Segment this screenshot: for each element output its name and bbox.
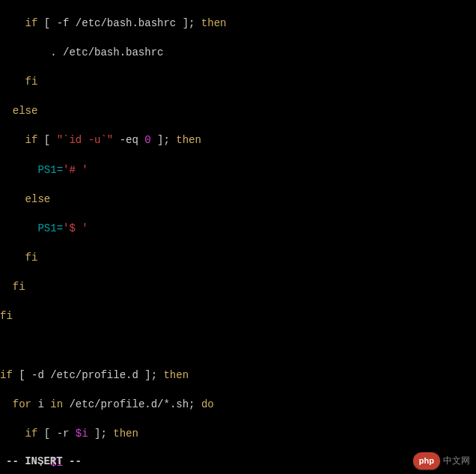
watermark: php 中文网 (413, 452, 470, 470)
code-line: for i in /etc/profile.d/*.sh; do (0, 398, 476, 413)
code-line: . /etc/bash.bashrc (0, 46, 476, 61)
code-line: if [ -f /etc/bash.bashrc ]; then (0, 16, 476, 31)
code-line: fi (0, 309, 476, 324)
code-line: else (0, 192, 476, 207)
code-line: PS1='# ' (0, 163, 476, 178)
code-line: else (0, 104, 476, 119)
vim-editor-content[interactable]: if [ -f /etc/bash.bashrc ]; then . /etc/… (0, 0, 476, 474)
code-line: if [ -d /etc/profile.d ]; then (0, 368, 476, 383)
code-line: if [ "`id -u`" -eq 0 ]; then (0, 133, 476, 148)
code-line (0, 339, 476, 354)
watermark-badge: php (413, 452, 440, 470)
code-line: PS1='$ ' (0, 222, 476, 237)
code-line: fi (0, 251, 476, 266)
code-line: fi (0, 75, 476, 90)
code-line: fi (0, 280, 476, 295)
code-line: if [ -r $i ]; then (0, 427, 476, 442)
vim-mode-indicator: -- INSERT -- (6, 455, 82, 470)
watermark-text: 中文网 (443, 455, 470, 467)
